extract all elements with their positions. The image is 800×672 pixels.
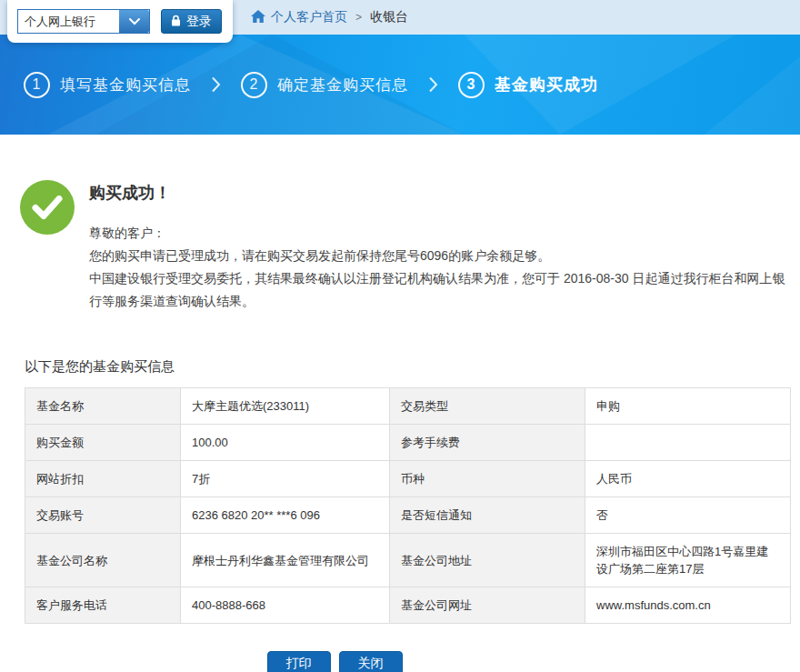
chevron-down-icon[interactable]	[119, 10, 149, 33]
step-banner: 1 填写基金购买信息 2 确定基金购买信息 3 基金购买成功	[0, 35, 800, 135]
step-separator-icon	[428, 76, 438, 93]
step-separator-icon	[211, 76, 221, 93]
row-label: 基金公司网址	[390, 587, 585, 624]
breadcrumb-separator: >	[355, 11, 362, 24]
progress-steps: 1 填写基金购买信息 2 确定基金购买信息 3 基金购买成功	[24, 35, 598, 135]
step-3-label: 基金购买成功	[495, 74, 598, 95]
table-row: 基金名称 大摩主题优选(233011) 交易类型 申购	[25, 388, 791, 425]
close-button[interactable]: 关闭	[339, 651, 403, 672]
lock-icon	[171, 15, 181, 29]
row-label: 购买金额	[25, 425, 181, 461]
step-2-label: 确定基金购买信息	[277, 75, 408, 95]
breadcrumb-home-link[interactable]: 个人客户首页	[251, 9, 347, 25]
details-section-title: 以下是您的基金购买信息	[25, 358, 800, 376]
row-label: 客户服务电话	[25, 587, 181, 624]
step-2-number: 2	[241, 72, 267, 98]
row-label: 基金名称	[25, 388, 181, 425]
row-value: 深圳市福田区中心四路1号嘉里建设广场第二座第17层	[585, 534, 791, 587]
success-title: 购买成功！	[89, 182, 791, 204]
channel-select-value: 个人网上银行	[18, 10, 119, 33]
table-row: 网站折扣 7折 币种 人民币	[25, 461, 791, 497]
breadcrumb: 个人客户首页 > 收银台	[251, 0, 408, 35]
row-value: 摩根士丹利华鑫基金管理有限公司	[181, 534, 390, 587]
row-label: 币种	[390, 461, 585, 497]
table-row: 购买金额 100.00 参考手续费	[25, 425, 791, 461]
row-value: 400-8888-668	[181, 587, 390, 624]
step-2-confirm-info: 2 确定基金购买信息	[241, 72, 408, 98]
channel-select[interactable]: 个人网上银行	[17, 9, 150, 34]
row-label: 基金公司地址	[390, 534, 585, 587]
success-text: 购买成功！ 尊敬的客户： 您的购买申请已受理成功，请在购买交易发起前保持您尾号6…	[89, 180, 791, 313]
row-value: 7折	[181, 461, 390, 497]
login-button[interactable]: 登录	[161, 9, 222, 34]
breadcrumb-current: 收银台	[370, 9, 408, 25]
row-value: 6236 6820 20** ***6 096	[181, 497, 390, 534]
print-button[interactable]: 打印	[267, 651, 331, 672]
step-1-fill-info: 1 填写基金购买信息	[24, 72, 191, 98]
step-1-label: 填写基金购买信息	[60, 75, 191, 95]
step-3-success: 3 基金购买成功	[458, 72, 598, 98]
row-value: 申购	[585, 388, 791, 425]
row-value: 100.00	[181, 425, 390, 461]
row-value: 否	[585, 497, 791, 534]
step-1-number: 1	[24, 72, 50, 98]
result-line-2: 中国建设银行受理交易委托，其结果最终确认以注册登记机构确认结果为准，您可于 20…	[89, 267, 791, 313]
row-label: 交易类型	[390, 388, 585, 425]
result-line-1: 您的购买申请已受理成功，请在购买交易发起前保持您尾号6096的账户余额足够。	[89, 245, 791, 267]
table-row: 交易账号 6236 6820 20** ***6 096 是否短信通知 否	[25, 497, 791, 534]
table-row: 客户服务电话 400-8888-668 基金公司网址 www.msfunds.c…	[25, 587, 791, 624]
row-value: 人民币	[585, 461, 791, 497]
row-value: 大摩主题优选(233011)	[181, 388, 390, 425]
step-3-number: 3	[458, 72, 485, 98]
login-card: 个人网上银行 登录	[7, 0, 233, 43]
row-value: www.msfunds.com.cn	[585, 587, 791, 624]
row-label: 参考手续费	[390, 425, 585, 461]
row-label: 交易账号	[25, 497, 181, 534]
fund-details-table: 基金名称 大摩主题优选(233011) 交易类型 申购 购买金额 100.00 …	[25, 387, 791, 624]
success-check-icon	[20, 180, 75, 235]
success-block: 购买成功！ 尊敬的客户： 您的购买申请已受理成功，请在购买交易发起前保持您尾号6…	[20, 180, 800, 313]
footer-actions: 打印 关闭	[0, 651, 669, 672]
row-label: 是否短信通知	[390, 497, 585, 534]
row-value	[585, 425, 791, 461]
login-button-label: 登录	[186, 14, 212, 30]
row-label: 基金公司名称	[25, 534, 181, 587]
salutation: 尊敬的客户：	[89, 222, 791, 245]
table-row: 基金公司名称 摩根士丹利华鑫基金管理有限公司 基金公司地址 深圳市福田区中心四路…	[25, 534, 791, 587]
breadcrumb-home-label: 个人客户首页	[271, 9, 347, 25]
row-label: 网站折扣	[25, 461, 181, 497]
home-icon	[251, 10, 265, 25]
